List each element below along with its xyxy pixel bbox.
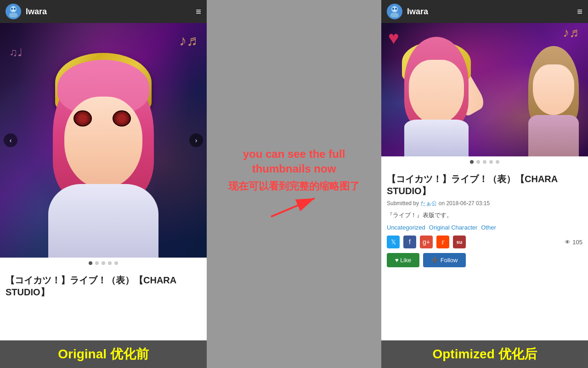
- right-navbar-title: Iwara: [407, 7, 572, 17]
- tag-original-character[interactable]: Original Character: [429, 224, 478, 231]
- right-avatar: [387, 4, 402, 19]
- right-char-main: [395, 37, 478, 156]
- right-dot-4[interactable]: [489, 160, 493, 164]
- tags-container: Uncategorized Original Character Other: [387, 224, 582, 231]
- facebook-icon[interactable]: f: [403, 236, 416, 248]
- twitter-icon[interactable]: 𝕏: [387, 236, 400, 248]
- submitted-by: Submitted by たぁ公 on 2018-06-27 03:15: [387, 200, 582, 207]
- right-dot-3[interactable]: [483, 160, 486, 164]
- left-carousel-dots: [0, 258, 207, 269]
- svg-line-6: [271, 198, 315, 217]
- submitted-text: Submitted by: [387, 200, 420, 207]
- right-dot-2[interactable]: [476, 160, 480, 164]
- eye-left: [74, 110, 92, 126]
- submitted-user-link[interactable]: たぁ公: [420, 200, 437, 207]
- views-count: 👁 105: [565, 239, 582, 246]
- annotation-arrow: [266, 194, 322, 221]
- left-video-title: 【コイカツ！】ライブ！（表）【CHARA STUDIO】: [6, 274, 201, 298]
- gplus-icon[interactable]: g+: [420, 236, 433, 248]
- left-menu-icon[interactable]: ≡: [196, 6, 201, 17]
- views-number: 105: [572, 239, 582, 246]
- annotation-box: you can see the full thumbnails now 现在可以…: [207, 138, 381, 230]
- submitted-date: on 2018-06-27 03:15: [437, 200, 490, 207]
- right-bottom-label: Optimized 优化后: [381, 340, 588, 368]
- social-row: 𝕏 f g+ 𝕣 su 👁 105: [387, 236, 582, 248]
- eye-icon: 👁: [565, 239, 571, 246]
- right-dot-1[interactable]: [470, 160, 474, 164]
- right-anime-art: ♥ ♪♬: [381, 23, 588, 156]
- svg-point-4: [14, 8, 16, 10]
- music-note-1: ♪♬: [179, 32, 198, 49]
- video-description: 『ライブ！』表版です。: [387, 211, 582, 219]
- left-anime-art: ♪♬ ♫♩: [0, 23, 207, 258]
- carousel-prev[interactable]: ‹: [4, 133, 17, 147]
- music-note-2: ♫♩: [9, 46, 23, 59]
- right-panel: Iwara ≡ ♥ ♪♬: [381, 0, 588, 368]
- svg-rect-1: [9, 13, 17, 17]
- right-char-2: [524, 46, 583, 156]
- right-thumbnail: ♥ ♪♬: [381, 23, 588, 156]
- left-video-info: 【コイカツ！】ライブ！（表）【CHARA STUDIO】: [0, 269, 207, 340]
- svg-point-11: [395, 8, 397, 10]
- face: [64, 97, 142, 189]
- character-figure: [39, 51, 168, 244]
- music-decoration: ♪♬: [563, 25, 579, 40]
- su-icon[interactable]: su: [453, 236, 466, 248]
- dot-1[interactable]: [89, 261, 92, 265]
- left-panel: Iwara ≡ ♪♬ ♫♩: [0, 0, 207, 368]
- carousel-next[interactable]: ›: [189, 133, 203, 147]
- dot-4[interactable]: [108, 261, 112, 265]
- eye-right: [113, 110, 131, 126]
- right-carousel-dots: [381, 156, 588, 167]
- svg-rect-8: [390, 13, 399, 17]
- reddit-icon[interactable]: 𝕣: [436, 236, 449, 248]
- chr-face: [409, 60, 464, 124]
- left-thumbnail: ♪♬ ♫♩ ‹ ›: [0, 23, 207, 258]
- right-menu-icon[interactable]: ≡: [577, 6, 582, 17]
- left-avatar: [6, 4, 21, 19]
- center-overlay: you can see the full thumbnails now 现在可以…: [207, 0, 381, 368]
- action-buttons: ♥ Like ➕ Follow: [387, 253, 582, 267]
- follow-button[interactable]: ➕ Follow: [423, 253, 466, 267]
- svg-point-10: [392, 8, 394, 10]
- like-button[interactable]: ♥ Like: [387, 253, 419, 267]
- dot-3[interactable]: [102, 261, 105, 265]
- tag-other[interactable]: Other: [481, 224, 496, 231]
- left-navbar-title: Iwara: [26, 7, 191, 17]
- right-video-info: 【コイカツ！】ライブ！（表）【CHARA STUDIO】 Submitted b…: [381, 167, 588, 340]
- left-navbar: Iwara ≡: [0, 0, 207, 23]
- right-navbar: Iwara ≡: [381, 0, 588, 23]
- chr2-face: [533, 64, 574, 115]
- dot-2[interactable]: [95, 261, 99, 265]
- right-video-title: 【コイカツ！】ライブ！（表）【CHARA STUDIO】: [387, 173, 582, 197]
- chr-body: [404, 120, 469, 156]
- svg-point-3: [11, 8, 13, 10]
- dot-5[interactable]: [114, 261, 118, 265]
- annotation-en: you can see the full thumbnails now: [216, 147, 372, 175]
- chr2-body: [528, 115, 579, 156]
- right-dot-5[interactable]: [496, 160, 499, 164]
- annotation-zh: 现在可以看到完整的缩略图了: [216, 179, 372, 194]
- tag-uncategorized[interactable]: Uncategorized: [387, 224, 425, 231]
- left-bottom-label: Original 优化前: [0, 340, 207, 368]
- body-outfit: [48, 184, 158, 258]
